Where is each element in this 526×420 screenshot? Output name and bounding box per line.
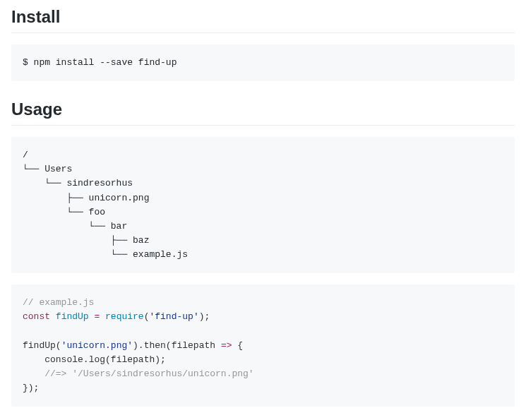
code-paren: ( xyxy=(56,340,61,351)
code-comment: //=> '/Users/sindresorhus/unicorn.png' xyxy=(44,368,253,379)
code-operator: = xyxy=(89,311,105,322)
code-call: findUp xyxy=(23,340,56,351)
code-string: 'unicorn.png' xyxy=(61,340,133,351)
code-arrow: => xyxy=(221,340,232,351)
code-line: console.log(filepath); xyxy=(44,354,166,365)
install-heading: Install xyxy=(11,7,515,33)
install-command-block: $ npm install --save find-up xyxy=(11,44,515,81)
code-require: require xyxy=(105,311,144,322)
code-comment: // example.js xyxy=(23,297,94,308)
code-indent xyxy=(23,354,44,365)
code-identifier: findUp xyxy=(56,311,89,322)
usage-heading: Usage xyxy=(11,100,515,126)
example-code-block: // example.js const findUp = require('fi… xyxy=(11,284,515,407)
code-indent xyxy=(23,368,44,379)
code-brace: { xyxy=(232,340,243,351)
code-string: 'find-up' xyxy=(149,311,198,322)
code-keyword: const xyxy=(23,311,50,322)
code-then: ).then(filepath xyxy=(133,340,221,351)
directory-tree-block: / └── Users └── sindresorhus ├── unicorn… xyxy=(11,137,515,273)
code-paren: ); xyxy=(199,311,210,322)
code-close: }); xyxy=(23,383,39,393)
